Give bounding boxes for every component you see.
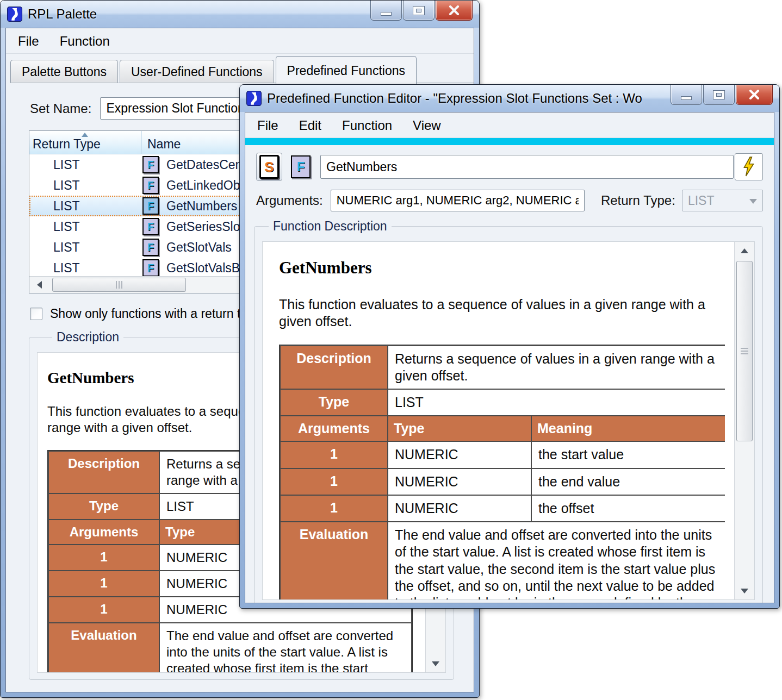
sort-ascending-icon bbox=[82, 133, 88, 137]
filter-checkbox-label: Show only functions with a return typ bbox=[50, 307, 254, 321]
menu-edit[interactable]: Edit bbox=[299, 118, 321, 133]
editor-menubar: File Edit Function View bbox=[245, 112, 774, 138]
arrow-up-icon bbox=[741, 248, 748, 253]
maximize-button[interactable] bbox=[403, 1, 435, 21]
editor-client: File Edit Function View S F Arguments: R… bbox=[245, 112, 774, 603]
menu-function[interactable]: Function bbox=[60, 34, 110, 49]
arrow-down-icon bbox=[432, 661, 439, 666]
grip-icon bbox=[116, 281, 122, 289]
function-badge-icon: F bbox=[142, 259, 159, 276]
grip-icon bbox=[741, 348, 748, 354]
function-heading: GetNumbers bbox=[279, 258, 725, 278]
evaluation-row-label: Evaluation bbox=[281, 522, 387, 599]
set-name-label: Set Name: bbox=[30, 101, 91, 116]
vertical-scrollbar[interactable] bbox=[734, 242, 754, 599]
description-row-label: Description bbox=[281, 346, 387, 389]
tab-palette-buttons[interactable]: Palette Buttons bbox=[10, 60, 118, 84]
type-row-label: Type bbox=[49, 494, 159, 519]
type-value: LIST bbox=[388, 390, 725, 415]
function-name-input[interactable] bbox=[320, 155, 734, 179]
scroll-down-button[interactable] bbox=[426, 655, 445, 672]
return-type-label: Return Type: bbox=[601, 193, 675, 208]
description-row-label: Description bbox=[49, 452, 159, 493]
chevron-down-icon bbox=[749, 199, 757, 204]
arguments-row-label: Arguments bbox=[49, 520, 159, 544]
arguments-row-label: Arguments bbox=[281, 416, 387, 441]
return-type-value: LIST bbox=[688, 193, 715, 208]
window-title: RPL Palette bbox=[28, 7, 97, 22]
arrow-left-icon bbox=[37, 281, 42, 289]
riverware-logo-icon bbox=[7, 7, 22, 22]
function-badge-icon: F bbox=[142, 156, 159, 173]
description-group-label: Description bbox=[52, 330, 123, 345]
close-button[interactable] bbox=[436, 1, 473, 21]
menu-file[interactable]: File bbox=[257, 118, 278, 133]
maximize-icon bbox=[413, 6, 425, 15]
set-badge-button[interactable]: S bbox=[256, 153, 282, 181]
function-badge-icon: F bbox=[142, 239, 159, 256]
minimize-icon bbox=[381, 12, 392, 16]
scrollbar-thumb[interactable] bbox=[736, 261, 753, 441]
function-description-label: Function Description bbox=[269, 219, 392, 234]
tab-predefined-functions[interactable]: Predefined Functions bbox=[276, 56, 417, 85]
menu-function[interactable]: Function bbox=[342, 118, 392, 133]
function-description-groupbox: Function Description GetNumbers This fun… bbox=[254, 219, 763, 603]
minimize-button[interactable] bbox=[671, 85, 702, 105]
evaluate-button[interactable] bbox=[735, 153, 763, 180]
evaluation-row-label: Evaluation bbox=[49, 623, 159, 672]
minimize-icon bbox=[681, 96, 692, 100]
arguments-label: Arguments: bbox=[256, 193, 323, 208]
function-badge-icon: F bbox=[142, 197, 159, 215]
arguments-input[interactable] bbox=[331, 190, 585, 211]
arguments-meaning-header: Meaning bbox=[532, 416, 725, 441]
menu-view[interactable]: View bbox=[413, 118, 441, 133]
return-type-dropdown[interactable]: LIST bbox=[682, 190, 763, 211]
maximize-button[interactable] bbox=[703, 85, 735, 105]
highlight-stripe bbox=[245, 138, 774, 145]
set-badge-icon: S bbox=[259, 155, 279, 179]
function-summary: This function evaluates to a sequence of… bbox=[279, 296, 725, 330]
maximize-icon bbox=[713, 90, 725, 99]
function-detail-table: Description Returns a sequence of values… bbox=[279, 345, 725, 600]
menu-file[interactable]: File bbox=[18, 34, 39, 49]
rpl-palette-menubar: File Function bbox=[6, 28, 474, 54]
tab-user-defined-functions[interactable]: User-Defined Functions bbox=[120, 60, 274, 84]
tabbar: Palette Buttons User-Defined Functions P… bbox=[6, 54, 474, 84]
scrollbar-thumb[interactable] bbox=[52, 278, 186, 292]
evaluation-value: The end value and offset are converted i… bbox=[160, 623, 411, 672]
evaluation-value: The end value and offset are converted i… bbox=[388, 522, 725, 599]
scroll-up-button[interactable] bbox=[735, 242, 754, 259]
minimize-button[interactable] bbox=[370, 1, 402, 21]
arrow-down-icon bbox=[741, 589, 748, 593]
description-viewport: GetNumbers This function evaluates to a … bbox=[262, 241, 755, 600]
scroll-down-button[interactable] bbox=[735, 582, 754, 599]
predefined-function-editor-window: Predefined Function Editor - "Expression… bbox=[239, 84, 780, 609]
function-badge-icon: F bbox=[142, 218, 159, 235]
function-badge-icon: F bbox=[291, 155, 311, 178]
editor-titlebar[interactable]: Predefined Function Editor - "Expression… bbox=[240, 85, 779, 112]
close-icon bbox=[749, 90, 760, 99]
scroll-left-button[interactable] bbox=[29, 277, 49, 292]
type-row-label: Type bbox=[281, 390, 387, 415]
close-button[interactable] bbox=[736, 85, 773, 105]
description-value: Returns a sequence of values in a given … bbox=[388, 346, 725, 389]
arguments-type-header: Type bbox=[388, 416, 531, 441]
close-icon bbox=[449, 5, 460, 15]
window-title: Predefined Function Editor - "Expression… bbox=[267, 91, 642, 106]
lightning-bolt-icon bbox=[742, 157, 756, 177]
riverware-logo-icon bbox=[246, 91, 262, 106]
function-badge-icon: F bbox=[142, 177, 159, 194]
rpl-palette-titlebar[interactable]: RPL Palette bbox=[1, 1, 479, 28]
return-type-filter-checkbox[interactable] bbox=[30, 308, 42, 320]
